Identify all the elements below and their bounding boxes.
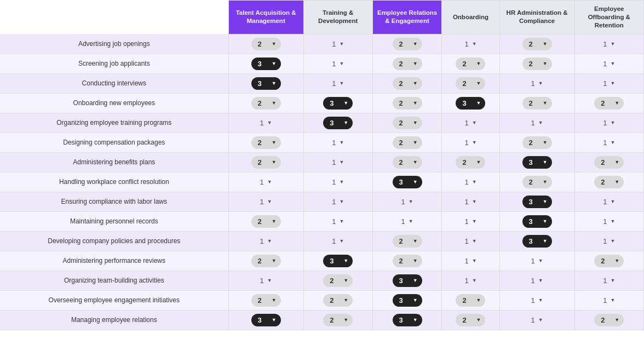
cell-8-4[interactable]: 3 ▼ — [499, 192, 574, 211]
cell-0-3[interactable]: 1 ▼ — [442, 34, 499, 54]
chevron-down-icon[interactable]: ▼ — [339, 179, 344, 185]
dropdown-light[interactable]: 2 ▼ — [393, 156, 422, 169]
cell-14-4[interactable]: 1 ▼ — [499, 310, 574, 330]
cell-10-0[interactable]: 1 ▼ — [228, 231, 303, 251]
cell-5-4[interactable]: 2 ▼ — [499, 133, 574, 152]
cell-5-5[interactable]: 1 ▼ — [574, 133, 643, 152]
cell-3-0[interactable]: 2 ▼ — [228, 93, 303, 113]
cell-4-4[interactable]: 1 ▼ — [499, 113, 574, 133]
chevron-down-icon[interactable]: ▼ — [339, 238, 344, 244]
dropdown-dark[interactable]: 3 ▼ — [393, 176, 422, 188]
cell-13-5[interactable]: 1 ▼ — [574, 290, 643, 310]
dropdown-light[interactable]: 2 ▼ — [522, 97, 552, 110]
chevron-down-icon[interactable]: ▼ — [610, 278, 615, 283]
dropdown-light[interactable]: 2 ▼ — [393, 58, 422, 70]
chevron-down-icon[interactable]: ▼ — [610, 140, 615, 145]
cell-6-3[interactable]: 2 ▼ — [442, 152, 499, 172]
dropdown-dark[interactable]: 3 ▼ — [456, 97, 485, 110]
dropdown-light[interactable]: 2 ▼ — [594, 97, 624, 110]
cell-12-0[interactable]: 1 ▼ — [228, 271, 303, 290]
dropdown-light[interactable]: 2 ▼ — [251, 97, 281, 110]
dropdown-light[interactable]: 2 ▼ — [522, 58, 552, 70]
chevron-down-icon[interactable]: ▼ — [339, 199, 344, 204]
cell-1-0[interactable]: 3 ▼ — [228, 54, 303, 73]
dropdown-light[interactable]: 2 ▼ — [594, 176, 624, 188]
cell-10-2[interactable]: 2 ▼ — [372, 231, 441, 251]
chevron-down-icon[interactable]: ▼ — [472, 219, 477, 224]
cell-10-3[interactable]: 1 ▼ — [442, 231, 499, 251]
cell-8-1[interactable]: 1 ▼ — [303, 192, 372, 211]
dropdown-light[interactable]: 2 ▼ — [323, 294, 353, 307]
dropdown-light[interactable]: 2 ▼ — [522, 136, 552, 149]
cell-8-3[interactable]: 1 ▼ — [442, 192, 499, 211]
dropdown-light[interactable]: 2 ▼ — [251, 156, 281, 169]
chevron-down-icon[interactable]: ▼ — [409, 199, 413, 204]
cell-4-0[interactable]: 1 ▼ — [228, 113, 303, 133]
chevron-down-icon[interactable]: ▼ — [339, 61, 344, 66]
chevron-down-icon[interactable]: ▼ — [267, 179, 272, 185]
cell-2-2[interactable]: 2 ▼ — [372, 73, 441, 93]
cell-12-5[interactable]: 1 ▼ — [574, 271, 643, 290]
cell-0-5[interactable]: 1 ▼ — [574, 34, 643, 54]
chevron-down-icon[interactable]: ▼ — [472, 140, 477, 145]
dropdown-light[interactable]: 2 ▼ — [393, 136, 422, 149]
cell-0-0[interactable]: 2 ▼ — [228, 34, 303, 54]
cell-13-3[interactable]: 2 ▼ — [442, 290, 499, 310]
dropdown-light[interactable]: 2 ▼ — [393, 255, 422, 267]
cell-14-2[interactable]: 3 ▼ — [372, 310, 441, 330]
cell-7-5[interactable]: 2 ▼ — [574, 172, 643, 192]
dropdown-light[interactable]: 2 ▼ — [393, 235, 422, 248]
dropdown-dark[interactable]: 3 ▼ — [251, 314, 281, 326]
chevron-down-icon[interactable]: ▼ — [472, 278, 477, 283]
dropdown-dark[interactable]: 3 ▼ — [393, 314, 422, 326]
dropdown-light[interactable]: 2 ▼ — [522, 38, 552, 50]
chevron-down-icon[interactable]: ▼ — [610, 219, 615, 224]
dropdown-light[interactable]: 2 ▼ — [323, 314, 353, 326]
dropdown-light[interactable]: 2 ▼ — [251, 294, 281, 307]
dropdown-light[interactable]: 2 ▼ — [393, 77, 422, 90]
dropdown-dark[interactable]: 3 ▼ — [251, 58, 281, 70]
cell-11-3[interactable]: 1 ▼ — [442, 251, 499, 271]
dropdown-light[interactable]: 2 ▼ — [251, 38, 281, 50]
dropdown-light[interactable]: 2 ▼ — [456, 294, 485, 307]
cell-0-2[interactable]: 2 ▼ — [372, 34, 441, 54]
dropdown-light[interactable]: 2 ▼ — [594, 314, 624, 326]
dropdown-dark[interactable]: 3 ▼ — [251, 77, 281, 90]
dropdown-dark[interactable]: 3 ▼ — [323, 255, 353, 267]
cell-7-1[interactable]: 1 ▼ — [303, 172, 372, 192]
cell-2-5[interactable]: 1 ▼ — [574, 73, 643, 93]
dropdown-dark[interactable]: 3 ▼ — [393, 274, 422, 287]
cell-11-4[interactable]: 1 ▼ — [499, 251, 574, 271]
chevron-down-icon[interactable]: ▼ — [339, 140, 344, 145]
chevron-down-icon[interactable]: ▼ — [267, 120, 272, 125]
cell-10-4[interactable]: 3 ▼ — [499, 231, 574, 251]
dropdown-light[interactable]: 2 ▼ — [456, 58, 485, 70]
cell-9-1[interactable]: 1 ▼ — [303, 211, 372, 231]
chevron-down-icon[interactable]: ▼ — [610, 81, 615, 86]
cell-5-2[interactable]: 2 ▼ — [372, 133, 441, 152]
dropdown-dark[interactable]: 3 ▼ — [522, 235, 552, 248]
dropdown-light[interactable]: 2 ▼ — [456, 156, 485, 169]
chevron-down-icon[interactable]: ▼ — [339, 81, 344, 86]
chevron-down-icon[interactable]: ▼ — [472, 179, 477, 185]
chevron-down-icon[interactable]: ▼ — [339, 159, 344, 165]
cell-5-1[interactable]: 1 ▼ — [303, 133, 372, 152]
cell-0-1[interactable]: 1 ▼ — [303, 34, 372, 54]
cell-13-2[interactable]: 3 ▼ — [372, 290, 441, 310]
dropdown-light[interactable]: 2 ▼ — [323, 274, 353, 287]
cell-6-5[interactable]: 2 ▼ — [574, 152, 643, 172]
dropdown-dark[interactable]: 3 ▼ — [522, 156, 552, 169]
cell-1-4[interactable]: 2 ▼ — [499, 54, 574, 73]
cell-6-1[interactable]: 1 ▼ — [303, 152, 372, 172]
chevron-down-icon[interactable]: ▼ — [538, 81, 543, 86]
dropdown-dark[interactable]: 3 ▼ — [522, 196, 552, 208]
cell-9-2[interactable]: 1 ▼ — [372, 211, 441, 231]
dropdown-light[interactable]: 2 ▼ — [251, 136, 281, 149]
dropdown-light[interactable]: 2 ▼ — [594, 255, 624, 267]
cell-12-4[interactable]: 1 ▼ — [499, 271, 574, 290]
cell-4-3[interactable]: 1 ▼ — [442, 113, 499, 133]
cell-8-0[interactable]: 1 ▼ — [228, 192, 303, 211]
dropdown-light[interactable]: 2 ▼ — [522, 176, 552, 188]
cell-2-3[interactable]: 2 ▼ — [442, 73, 499, 93]
dropdown-dark[interactable]: 3 ▼ — [393, 294, 422, 307]
